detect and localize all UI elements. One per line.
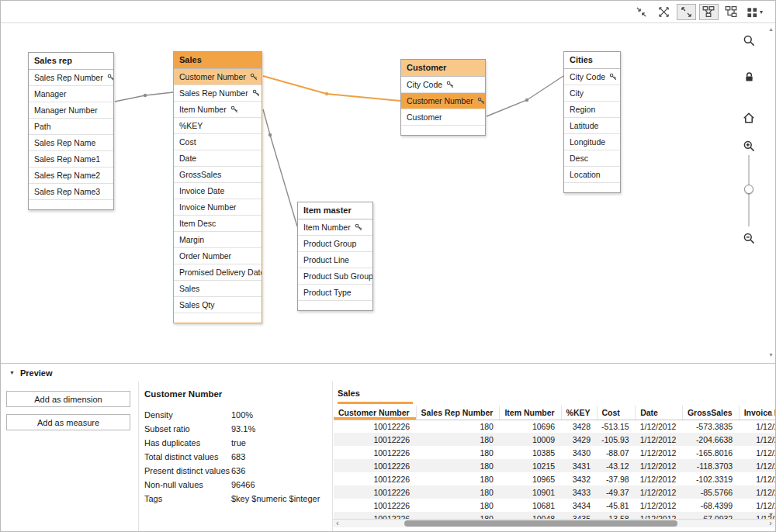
table-horizontal-scrollbar[interactable]: ‹ › [333, 519, 775, 527]
field-item-number[interactable]: Item Number [174, 102, 262, 118]
field-longitude[interactable]: Longitude [564, 134, 620, 150]
lock-icon[interactable] [741, 69, 757, 85]
field-invoice-number[interactable]: Invoice Number [174, 199, 262, 216]
field-sales-rep-name[interactable]: Sales Rep Name [29, 135, 113, 151]
field-sales-rep-name2[interactable]: Sales Rep Name2 [29, 168, 113, 184]
add-as-measure-button[interactable]: Add as measure [6, 414, 130, 430]
internal-table-view-icon[interactable] [699, 4, 719, 20]
field-label: Order Number [179, 251, 231, 261]
field-desc[interactable]: Desc [564, 150, 620, 167]
model-table-customer[interactable]: CustomerCity CodeCustomer NumberCustomer [400, 59, 486, 136]
show-linked-fields-icon[interactable] [654, 4, 674, 20]
scroll-right-icon[interactable]: › [767, 520, 774, 528]
model-table-sales[interactable]: SalesCustomer NumberSales Rep NumberItem… [173, 51, 262, 323]
field-latitude[interactable]: Latitude [564, 118, 620, 134]
scroll-up-icon[interactable]: ▴ [767, 26, 774, 33]
field-invoice-date[interactable]: Invoice Date [174, 183, 262, 199]
column-header-pctkey[interactable]: %KEY [561, 406, 597, 420]
column-header-cost[interactable]: Cost [597, 406, 636, 420]
column-header-date[interactable]: Date [636, 406, 683, 420]
field-label: City [570, 88, 584, 98]
source-table-view-icon[interactable] [722, 4, 741, 20]
field-sales-rep-name3[interactable]: Sales Rep Name3 [29, 184, 113, 200]
table-title[interactable]: Cities [564, 52, 620, 69]
field-grosssales[interactable]: GrossSales [174, 167, 262, 183]
field-sales[interactable]: Sales [174, 281, 262, 297]
connection-sales-item-number--item-master-item-number[interactable] [263, 109, 297, 226]
field-product-type[interactable]: Product Type [298, 285, 372, 301]
connection-customer-city-code--cities-city-code[interactable] [487, 76, 563, 116]
cell: 1/12/2012 [636, 433, 683, 446]
expand-all-icon[interactable] [677, 4, 696, 20]
field-region[interactable]: Region [564, 102, 620, 118]
slider-thumb[interactable] [744, 185, 753, 194]
zoom-slider[interactable] [741, 155, 757, 226]
top-toolbar: ▾ [1, 1, 775, 22]
field-customer-number[interactable]: Customer Number [174, 69, 262, 85]
table-title[interactable]: Sales rep [29, 53, 113, 70]
cell: -37.98 [597, 472, 636, 485]
scroll-left-icon[interactable]: ‹ [334, 520, 341, 528]
field-location[interactable]: Location [564, 167, 620, 183]
collapse-all-icon[interactable] [632, 4, 651, 20]
table-title[interactable]: Item master [298, 202, 372, 219]
field-sales-rep-name1[interactable]: Sales Rep Name1 [29, 151, 113, 168]
app-grid-menu-icon[interactable]: ▾ [744, 4, 765, 20]
cell: 1/12/2012 [636, 485, 683, 499]
scrollbar-thumb[interactable] [404, 520, 677, 527]
table-scroll-down-icon[interactable]: ▼ [768, 512, 774, 517]
model-table-sales-rep[interactable]: Sales repSales Rep NumberManagerManager … [28, 52, 114, 210]
key-icon [230, 105, 238, 113]
model-canvas[interactable]: ▴ ▾ Sales repSales Rep NumberManagerMana… [1, 22, 775, 363]
field-label: GrossSales [179, 170, 221, 179]
column-header-customer-number[interactable]: Customer Number [334, 406, 416, 420]
field-customer-number[interactable]: Customer Number [401, 93, 485, 109]
field-manager-number[interactable]: Manager Number [29, 102, 113, 119]
key-icon [252, 89, 260, 97]
field-pctkey[interactable]: %KEY [174, 118, 262, 134]
home-icon[interactable] [741, 110, 757, 126]
field-manager[interactable]: Manager [29, 86, 113, 102]
model-table-cities[interactable]: CitiesCity CodeCityRegionLatitudeLongitu… [563, 51, 621, 193]
field-product-sub-group[interactable]: Product Sub Group [298, 268, 372, 285]
field-date[interactable]: Date [174, 150, 262, 167]
field-sales-qty[interactable]: Sales Qty [174, 297, 262, 313]
field-cost[interactable]: Cost [174, 134, 262, 150]
connection-sales-customer-number--customer-customer-number[interactable] [263, 76, 400, 101]
cell: 10012226 [334, 459, 416, 472]
field-promised-delivery-date[interactable]: Promised Delivery Date [174, 264, 262, 281]
cell: 1/12/2012 [636, 420, 683, 433]
table-scroll-up-icon[interactable]: ▲ [768, 411, 774, 416]
connection-sales-rep-sales-rep-number--sales-sales-rep-number[interactable] [115, 92, 173, 102]
field-path[interactable]: Path [29, 119, 113, 135]
scroll-down-icon[interactable]: ▾ [767, 351, 774, 358]
field-item-number[interactable]: Item Number [298, 219, 372, 236]
table-title[interactable]: Sales [174, 52, 262, 69]
field-sales-rep-number[interactable]: Sales Rep Number [174, 85, 262, 102]
field-sales-rep-number[interactable]: Sales Rep Number [29, 70, 113, 86]
zoom-out-icon[interactable] [741, 230, 757, 246]
field-city[interactable]: City [564, 85, 620, 102]
zoom-in-icon[interactable] [741, 138, 757, 154]
field-margin[interactable]: Margin [174, 232, 262, 248]
stat-value: 93.1% [231, 424, 327, 434]
canvas-vertical-scrollbar[interactable]: ▴ ▾ [767, 23, 775, 363]
field-city-code[interactable]: City Code [401, 77, 485, 93]
add-as-dimension-button[interactable]: Add as dimension [6, 391, 130, 407]
field-customer[interactable]: Customer [401, 109, 485, 126]
table-title[interactable]: Customer [401, 60, 485, 77]
model-table-item-master[interactable]: Item masterItem NumberProduct GroupProdu… [297, 202, 373, 311]
stat-non-null-values: Non-null values96466 [144, 480, 327, 494]
column-header-item-number[interactable]: Item Number [500, 406, 561, 420]
field-product-line[interactable]: Product Line [298, 252, 372, 268]
preview-header[interactable]: ▼ Preview [1, 364, 775, 382]
search-icon[interactable] [741, 33, 757, 48]
table-row: 10012226180109013433-49.371/12/2012-85.5… [334, 485, 775, 499]
field-product-group[interactable]: Product Group [298, 236, 372, 252]
field-city-code[interactable]: City Code [564, 69, 620, 85]
column-header-grosssales[interactable]: GrossSales [682, 406, 739, 420]
field-item-desc[interactable]: Item Desc [174, 216, 262, 232]
column-header-sales-rep-number[interactable]: Sales Rep Number [416, 406, 500, 420]
field-label: Sales Rep Name3 [34, 187, 100, 196]
field-order-number[interactable]: Order Number [174, 248, 262, 264]
